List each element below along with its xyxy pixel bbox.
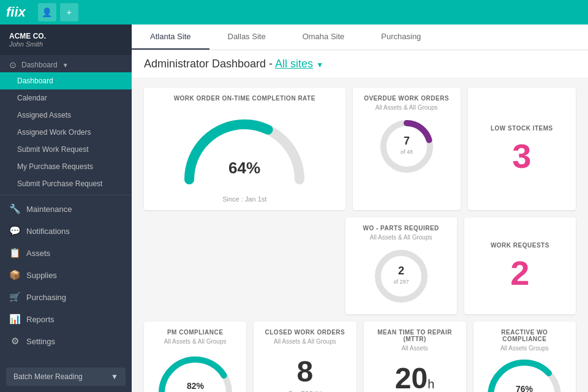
sidebar-item-assigned-assets[interactable]: Assigned Assets (0, 107, 132, 124)
sidebar-item-assets[interactable]: 📋 Assets (0, 242, 132, 264)
sidebar-header: ACME CO. John Smith (0, 24, 132, 55)
work-requests-title: WORK REQUESTS (491, 242, 549, 249)
sidebar-item-maintenance[interactable]: 🔧 Maintenance (0, 198, 132, 220)
add-button[interactable]: + (60, 3, 78, 21)
reactive-wo-title: REACTIVE WO COMPLIANCE (481, 329, 568, 342)
user-icon-button[interactable]: 👤 (38, 3, 56, 21)
svg-text:64%: 64% (228, 159, 260, 177)
tab-omaha[interactable]: Omaha Site (284, 24, 363, 50)
wo-parts-subtitle: All Assets & All Groups (370, 234, 432, 241)
username: John Smith (9, 40, 123, 48)
sidebar-item-purchase-requests[interactable]: My Purchase Requests (0, 158, 132, 175)
dashboard-header: Administrator Dashboard - All sites ▼ (132, 50, 588, 78)
tab-dallas[interactable]: Dallas Site (209, 24, 284, 50)
mttr-title: MEAN TIME TO REPAIR (MTTR) (371, 329, 459, 342)
mttr-subtitle: All Assets (401, 345, 428, 352)
overdue-wo-title: OVERDUE WORK ORDERS (364, 95, 449, 102)
assets-icon: 📋 (9, 247, 20, 258)
purchasing-icon: 🛒 (9, 292, 20, 303)
low-stock-value: 3 (512, 139, 531, 173)
app-logo: fiix (6, 4, 26, 20)
pm-compliance-title: PM COMPLIANCE (167, 329, 224, 336)
card-work-requests: WORK REQUESTS 2 (464, 217, 576, 314)
supplies-label: Supplies (26, 271, 57, 280)
svg-text:7: 7 (404, 135, 410, 147)
reactive-wo-subtitle: All Assets Groups (500, 345, 549, 352)
site-tabs: Atlanta Site Dallas Site Omaha Site Purc… (132, 24, 588, 50)
svg-text:of 48: of 48 (401, 149, 413, 155)
wo-parts-title: WO - PARTS REQUIRED (363, 225, 439, 232)
closed-wo-value: 8 (297, 355, 314, 388)
row2-spacer (144, 217, 338, 314)
sidebar-item-submit-purchase-request[interactable]: Submit Purchase Request (0, 175, 132, 192)
svg-text:76%: 76% (516, 384, 533, 392)
purchasing-label: Purchasing (26, 293, 66, 302)
sidebar-item-dashboard-section[interactable]: ⊙ Dashboard ▼ (0, 55, 132, 72)
reports-icon: 📊 (9, 314, 20, 325)
sidebar-item-assigned-work-orders[interactable]: Assigned Work Orders (0, 124, 132, 141)
tab-purchasing[interactable]: Purchasing (363, 24, 439, 50)
grid-row-3: PM COMPLIANCE All Assets & All Groups 82… (144, 322, 576, 392)
batch-btn-label: Batch Meter Reading (13, 372, 83, 381)
dashboard-section-label: Dashboard (21, 61, 58, 69)
reactive-gauge-svg: 76% (484, 356, 564, 392)
settings-icon: ⚙ (9, 336, 20, 347)
divider (0, 195, 132, 195)
dashboard-title-text: Administrator Dashboard - (144, 58, 275, 70)
maintenance-icon: 🔧 (9, 203, 20, 214)
sidebar-item-calendar[interactable]: Calendar (0, 89, 132, 107)
tab-atlanta[interactable]: Atlanta Site (132, 24, 209, 50)
overdue-wo-subtitle: All Assets & All Groups (375, 104, 438, 111)
grid-row-2: WO - PARTS REQUIRED All Assets & All Gro… (144, 217, 576, 314)
card-work-order-title: WORK ORDER ON-TIME COMPLETION RATE (174, 95, 315, 102)
card-overdue-work-orders: OVERDUE WORK ORDERS All Assets & All Gro… (353, 88, 461, 210)
pm-gauge-svg: 82% (156, 353, 235, 393)
dashboard-title: Administrator Dashboard - All sites ▼ (144, 58, 323, 70)
sidebar-item-supplies[interactable]: 📦 Supplies (0, 264, 132, 286)
notifications-icon: 💬 (9, 225, 20, 236)
main-layout: ACME CO. John Smith ⊙ Dashboard ▼ Dashbo… (0, 24, 588, 392)
svg-text:82%: 82% (187, 381, 205, 391)
sidebar-item-purchasing[interactable]: 🛒 Purchasing (0, 286, 132, 308)
site-selector[interactable]: All sites (275, 58, 313, 70)
card-low-stock: LOW STOCK ITEMS 3 (468, 88, 576, 210)
company-name: ACME CO. (9, 32, 123, 40)
card-mttr: MEAN TIME TO REPAIR (MTTR) All Assets 20… (364, 322, 466, 392)
sidebar-item-notifications[interactable]: 💬 Notifications (0, 220, 132, 242)
card-closed-work-orders: CLOSED WORK ORDERS All Assets & All Grou… (254, 322, 356, 392)
sidebar-bottom: Batch Meter Reading ▼ (0, 361, 132, 392)
mttr-value: 20h (395, 361, 435, 392)
sidebar-item-submit-work-request[interactable]: Submit Work Request (0, 141, 132, 158)
grid-row-1: WORK ORDER ON-TIME COMPLETION RATE 64% S… (144, 88, 576, 210)
closed-wo-subtitle: All Assets & All Groups (274, 338, 336, 345)
reactive-gauge-container: 76% (481, 356, 568, 392)
settings-label: Settings (26, 337, 55, 346)
pm-gauge-container: 82% (151, 350, 239, 392)
big-gauge-svg: 64% (177, 109, 312, 189)
reports-label: Reports (26, 315, 55, 324)
topbar: fiix 👤 + (0, 0, 588, 24)
svg-text:2: 2 (398, 265, 404, 277)
sidebar-item-settings[interactable]: ⚙ Settings (0, 330, 132, 352)
svg-text:of 297: of 297 (393, 279, 409, 285)
gauge-since-label: Since : Jan 1st (222, 195, 266, 203)
card-pm-compliance: PM COMPLIANCE All Assets & All Groups 82… (144, 322, 246, 392)
content-area: Atlanta Site Dallas Site Omaha Site Purc… (132, 24, 588, 392)
sidebar-item-dashboard[interactable]: Dashboard (0, 72, 132, 89)
sidebar: ACME CO. John Smith ⊙ Dashboard ▼ Dashbo… (0, 24, 132, 392)
chevron-down-icon: ▼ (62, 62, 69, 69)
maintenance-label: Maintenance (26, 205, 72, 214)
closed-wo-title: CLOSED WORK ORDERS (265, 329, 345, 336)
card-wo-parts-required: WO - PARTS REQUIRED All Assets & All Gro… (345, 217, 457, 314)
batch-btn-arrow: ▼ (111, 372, 118, 381)
work-requests-value: 2 (510, 256, 529, 290)
overdue-donut-svg: 7 of 48 (376, 116, 437, 177)
dashboard-icon: ⊙ (9, 60, 17, 70)
sidebar-item-reports[interactable]: 📊 Reports (0, 308, 132, 330)
batch-meter-reading-button[interactable]: Batch Meter Reading ▼ (6, 368, 126, 386)
supplies-icon: 📦 (9, 270, 20, 281)
assets-label: Assets (26, 249, 50, 258)
site-selector-arrow: ▼ (316, 61, 323, 69)
gauge-container: 64% (151, 104, 338, 193)
card-reactive-wo: REACTIVE WO COMPLIANCE All Assets Groups… (473, 322, 576, 392)
